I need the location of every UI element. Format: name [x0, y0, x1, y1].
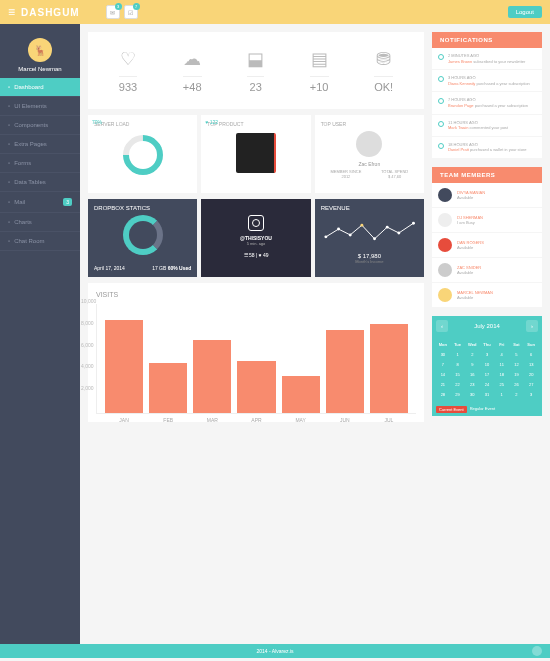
calendar-day[interactable]: 19 [510, 370, 524, 379]
topbar: ≡ DASHGUM ✉3 ☑7 Logout [0, 0, 550, 24]
logout-button[interactable]: Logout [508, 6, 542, 18]
cloud-icon: ☁ [183, 48, 202, 68]
calendar-day[interactable]: 7 [436, 360, 450, 369]
mail-icon[interactable]: ✉3 [106, 5, 120, 19]
sidebar-item[interactable]: ▫Chat Room [0, 232, 80, 251]
sidebar-item[interactable]: ▫Dashboard [0, 78, 80, 97]
calendar-day[interactable]: 25 [495, 380, 509, 389]
team-member[interactable]: ZAC SNIDERAvailable [432, 258, 542, 283]
server-load-card: SERVER LOAD 70% [88, 115, 197, 193]
insta-stats: ☰ 58 | ♥ 49 [201, 252, 310, 258]
stat-inbox: ⬓23 [247, 48, 264, 93]
avatar [438, 188, 452, 202]
server-pct: 70% [92, 119, 102, 125]
cal-prev-button[interactable]: ‹ [436, 320, 448, 332]
footer: 2014 - Alvarez.is [0, 644, 550, 658]
team-member[interactable]: DIVYA MANIANAvailable [432, 183, 542, 208]
scroll-top-button[interactable] [532, 646, 542, 656]
card-title: DROPBOX STATICS [94, 205, 191, 211]
team-member[interactable]: DJ SHERMANI am Busy [432, 208, 542, 233]
calendar-day[interactable]: 18 [495, 370, 509, 379]
notification-item[interactable]: 7 HOURS AGOBrandon Page purchased a year… [432, 92, 542, 114]
calendar-day[interactable]: 11 [495, 360, 509, 369]
profile[interactable]: 🦌 Marcel Newman [0, 32, 80, 78]
calendar-day[interactable]: 13 [524, 360, 538, 369]
calendar-day[interactable]: 3 [480, 350, 494, 359]
visits-title: VISITS [96, 291, 416, 298]
sidebar-item[interactable]: ▫Mail3 [0, 192, 80, 213]
dot-icon [438, 54, 444, 60]
brand: DASHGUM [21, 7, 80, 18]
inbox-icon: ⬓ [247, 48, 264, 68]
bar: MAR [193, 340, 231, 413]
calendar-day[interactable]: 17 [480, 370, 494, 379]
stat-news: ▤+10 [310, 48, 329, 93]
calendar-day[interactable]: 30 [436, 350, 450, 359]
calendar-day[interactable]: 30 [465, 390, 479, 399]
calendar-day[interactable]: 15 [451, 370, 465, 379]
team-panel: TEAM MEMBERS DIVYA MANIANAvailableDJ SHE… [432, 167, 542, 308]
cal-tag: Current Event [436, 406, 467, 413]
news-icon: ▤ [310, 48, 329, 68]
svg-point-4 [373, 237, 376, 240]
sidebar-item[interactable]: ▫UI Elements [0, 97, 80, 116]
calendar-day[interactable]: 1 [451, 350, 465, 359]
svg-point-6 [397, 232, 400, 235]
notification-item[interactable]: 18 HOURS AGODaniel Pratt purchased a wal… [432, 137, 542, 159]
panel-title: NOTIFICATIONS [432, 32, 542, 48]
calendar-day[interactable]: 8 [451, 360, 465, 369]
username: Marcel Newman [6, 66, 74, 72]
calendar-day[interactable]: 1 [495, 390, 509, 399]
revenue-card: REVENUE $ 17,980 Month's Income [315, 199, 424, 277]
calendar-day[interactable]: 10 [480, 360, 494, 369]
donut-chart [123, 215, 163, 255]
cal-tag: Regular Event [470, 406, 495, 413]
sidebar-item[interactable]: ▫Components [0, 116, 80, 135]
calendar-day[interactable]: 3 [524, 390, 538, 399]
svg-point-0 [324, 235, 327, 238]
dot-icon [438, 143, 444, 149]
bar: APR [237, 361, 275, 413]
calendar-day[interactable]: 23 [465, 380, 479, 389]
notification-item[interactable]: 3 HOURS AGODiana Kennedy purchased a yea… [432, 70, 542, 92]
sidebar-item[interactable]: ▫Data Tables [0, 173, 80, 192]
donut-chart [114, 127, 171, 184]
calendar-day[interactable]: 21 [436, 380, 450, 389]
calendar-day[interactable]: 12 [510, 360, 524, 369]
sidebar-item[interactable]: ▫Extra Pages [0, 135, 80, 154]
dropbox-card: DROPBOX STATICS April 17, 2014 17 GB 60%… [88, 199, 197, 277]
calendar-day[interactable]: 20 [524, 370, 538, 379]
user-avatar [356, 131, 382, 157]
calendar-day[interactable]: 24 [480, 380, 494, 389]
team-member[interactable]: MARCEL NEWMANAvailable [432, 283, 542, 308]
calendar-day[interactable]: 28 [436, 390, 450, 399]
top-user-card: TOP USER Zac Efron MEMBER SINCE2012 TOTA… [315, 115, 424, 193]
cal-next-button[interactable]: › [526, 320, 538, 332]
calendar-day[interactable]: 2 [510, 390, 524, 399]
calendar-day[interactable]: 31 [480, 390, 494, 399]
notification-item[interactable]: 11 HOURS AGOMark Twain commented your po… [432, 115, 542, 137]
menu-toggle-icon[interactable]: ≡ [8, 5, 15, 19]
calendar-day[interactable]: 29 [451, 390, 465, 399]
notifications-panel: NOTIFICATIONS 2 MINUTES AGOJames Brown s… [432, 32, 542, 159]
calendar-day[interactable]: 4 [495, 350, 509, 359]
avatar: 🦌 [28, 38, 52, 62]
top-product-card: TOP PRODUCT ♥ 122 [201, 115, 310, 193]
calendar-day[interactable]: 16 [465, 370, 479, 379]
calendar-day[interactable]: 6 [524, 350, 538, 359]
notification-item[interactable]: 2 MINUTES AGOJames Brown subscribed to y… [432, 48, 542, 70]
calendar-day[interactable]: 22 [451, 380, 465, 389]
calendar-day[interactable]: 2 [465, 350, 479, 359]
sidebar-item[interactable]: ▫Charts [0, 213, 80, 232]
calendar-day[interactable]: 26 [510, 380, 524, 389]
sidebar-item[interactable]: ▫Forms [0, 154, 80, 173]
calendar-day[interactable]: 9 [465, 360, 479, 369]
calendar-day[interactable]: 14 [436, 370, 450, 379]
calendar-day[interactable]: 5 [510, 350, 524, 359]
dot-icon [438, 76, 444, 82]
calendar: ‹ July 2014 › MonTueWedThuFriSatSun30123… [432, 316, 542, 416]
team-member[interactable]: DAN ROGERSAvailable [432, 233, 542, 258]
insta-time: 5 min. ago [201, 241, 310, 246]
tasks-icon[interactable]: ☑7 [124, 5, 138, 19]
calendar-day[interactable]: 27 [524, 380, 538, 389]
